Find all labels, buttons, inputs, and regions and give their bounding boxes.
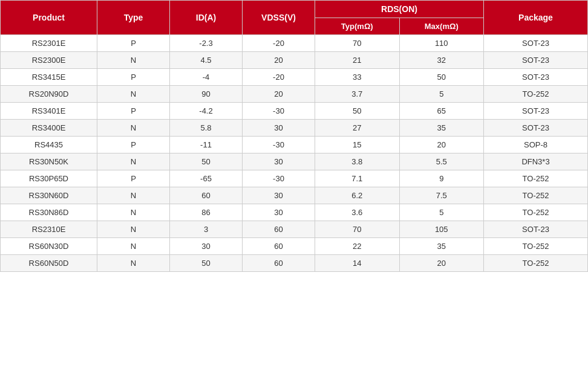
cell-typ: 3.6 [315,204,400,221]
cell-typ: 21 [315,52,400,69]
table-row: RS30P65DP-65-307.19TO-252 [1,170,588,187]
cell-typ: 33 [315,69,400,86]
cell-typ: 70 [315,221,400,238]
cell-typ: 6.2 [315,187,400,204]
table-row: RS30N60DN60306.27.5TO-252 [1,187,588,204]
cell-vdss: 60 [243,238,315,255]
cell-id: -11 [170,137,243,153]
cell-package: SOT-23 [484,221,588,238]
cell-typ: 50 [315,103,400,120]
cell-type: P [97,35,170,52]
cell-product: RS3400E [1,120,97,137]
cell-product: RS2300E [1,52,97,69]
cell-id: -4.2 [170,103,243,120]
cell-type: N [97,255,170,272]
cell-product: RS20N90D [1,86,97,103]
cell-typ: 15 [315,137,400,153]
cell-type: N [97,120,170,137]
cell-vdss: 30 [243,153,315,170]
product-table: Product Type ID(A) VDSS(V) RDS(ON) Packa… [0,0,588,272]
cell-type: N [97,238,170,255]
header-vdss: VDSS(V) [243,1,315,35]
cell-vdss: 60 [243,255,315,272]
header-max: Max(mΩ) [399,18,484,35]
cell-vdss: 30 [243,204,315,221]
table-row: RS3400EN5.8302735SOT-23 [1,120,588,137]
cell-id: 5.8 [170,120,243,137]
cell-id: 3 [170,221,243,238]
header-id: ID(A) [170,1,243,35]
cell-id: 86 [170,204,243,221]
cell-package: SOP-8 [484,137,588,153]
table-row: RS2300EN4.5202132SOT-23 [1,52,588,69]
table-row: RS3401EP-4.2-305065SOT-23 [1,103,588,120]
cell-package: TO-252 [484,86,588,103]
cell-typ: 27 [315,120,400,137]
cell-type: N [97,187,170,204]
cell-vdss: -20 [243,35,315,52]
header-package: Package [484,1,588,35]
cell-product: RS30P65D [1,170,97,187]
cell-package: TO-252 [484,204,588,221]
cell-vdss: 20 [243,52,315,69]
cell-product: RS30N60D [1,187,97,204]
cell-type: P [97,69,170,86]
cell-type: N [97,221,170,238]
cell-type: N [97,204,170,221]
cell-product: RS60N50D [1,255,97,272]
cell-package: SOT-23 [484,103,588,120]
cell-id: 4.5 [170,52,243,69]
cell-max: 20 [399,137,484,153]
cell-vdss: 30 [243,120,315,137]
cell-typ: 7.1 [315,170,400,187]
cell-max: 105 [399,221,484,238]
cell-max: 5.5 [399,153,484,170]
header-product: Product [1,1,97,35]
table-body: RS2301EP-2.3-2070110SOT-23RS2300EN4.5202… [1,35,588,272]
main-header-row: Product Type ID(A) VDSS(V) RDS(ON) Packa… [1,1,588,18]
cell-product: RS30N86D [1,204,97,221]
cell-max: 32 [399,52,484,69]
cell-max: 5 [399,204,484,221]
cell-package: SOT-23 [484,69,588,86]
cell-max: 35 [399,120,484,137]
header-type: Type [97,1,170,35]
cell-package: SOT-23 [484,35,588,52]
cell-typ: 3.8 [315,153,400,170]
cell-product: RS4435 [1,137,97,153]
table-row: RS20N90DN90203.75TO-252 [1,86,588,103]
header-typ: Typ(mΩ) [315,18,400,35]
cell-product: RS60N30D [1,238,97,255]
cell-id: 50 [170,255,243,272]
cell-package: SOT-23 [484,52,588,69]
cell-vdss: 20 [243,86,315,103]
cell-id: -4 [170,69,243,86]
cell-vdss: 30 [243,187,315,204]
table-row: RS4435P-11-301520SOP-8 [1,137,588,153]
cell-product: RS3401E [1,103,97,120]
cell-id: 50 [170,153,243,170]
cell-vdss: -20 [243,69,315,86]
cell-id: -2.3 [170,35,243,52]
cell-typ: 14 [315,255,400,272]
header-rds: RDS(ON) [315,1,484,18]
cell-vdss: -30 [243,137,315,153]
cell-max: 9 [399,170,484,187]
cell-max: 35 [399,238,484,255]
cell-max: 50 [399,69,484,86]
cell-typ: 3.7 [315,86,400,103]
cell-typ: 22 [315,238,400,255]
cell-max: 7.5 [399,187,484,204]
cell-id: 90 [170,86,243,103]
cell-vdss: -30 [243,103,315,120]
cell-vdss: 60 [243,221,315,238]
cell-package: SOT-23 [484,120,588,137]
cell-typ: 70 [315,35,400,52]
cell-max: 65 [399,103,484,120]
cell-max: 110 [399,35,484,52]
cell-package: TO-252 [484,170,588,187]
cell-type: N [97,52,170,69]
cell-package: TO-252 [484,238,588,255]
cell-type: N [97,153,170,170]
table-row: RS30N50KN50303.85.5DFN3*3 [1,153,588,170]
